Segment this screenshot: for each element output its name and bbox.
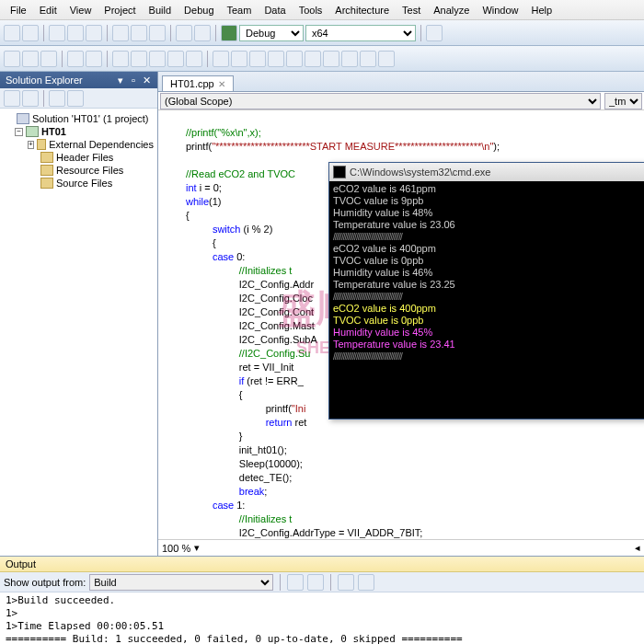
tb2-icon[interactable]: [231, 51, 247, 67]
solution-node[interactable]: Solution 'HT01' (1 project): [2, 112, 155, 125]
dropdown-icon[interactable]: ▾: [115, 75, 126, 86]
tb2-icon[interactable]: [249, 51, 266, 67]
folder-icon: [40, 152, 53, 163]
menu-data[interactable]: Data: [258, 3, 292, 17]
menu-file[interactable]: File: [4, 3, 33, 17]
home-icon[interactable]: [4, 90, 20, 107]
zoom-bar: 100 %▾ ◂: [158, 539, 644, 556]
tab-ht01cpp[interactable]: HT01.cpp✕: [162, 75, 234, 91]
tb2-icon[interactable]: [341, 51, 358, 67]
tb2-icon[interactable]: [360, 51, 376, 67]
tb2-icon[interactable]: [22, 51, 39, 67]
cmd-window[interactable]: C:\Windows\system32\cmd.exe eCO2 value i…: [328, 162, 644, 420]
expand-icon[interactable]: +: [28, 141, 34, 149]
output-from-label: Show output from:: [4, 577, 86, 588]
solution-explorer-toolbar: [0, 88, 157, 109]
show-all-icon[interactable]: [67, 90, 84, 107]
chevron-down-icon[interactable]: ▾: [194, 542, 200, 554]
tb2-icon[interactable]: [213, 51, 229, 67]
add-item-icon[interactable]: [22, 25, 39, 41]
close-icon[interactable]: ✕: [141, 75, 152, 86]
menu-build[interactable]: Build: [143, 3, 178, 17]
undo-icon[interactable]: [176, 25, 192, 41]
tb2-icon[interactable]: [40, 51, 57, 67]
solution-explorer-title: Solution Explorer: [6, 75, 83, 86]
menu-project[interactable]: Project: [98, 3, 142, 17]
cut-icon[interactable]: [112, 25, 129, 41]
output-panel: Output Show output from: Build 1>Build s…: [0, 556, 644, 644]
solution-explorer: Solution Explorer ▾ ▫ ✕ Solution 'HT01' …: [0, 72, 158, 556]
solution-icon: [17, 113, 29, 124]
close-tab-icon[interactable]: ✕: [218, 79, 225, 89]
folder-icon: [37, 139, 46, 150]
cmd-icon: [333, 166, 346, 178]
goto-icon[interactable]: [307, 574, 324, 591]
menu-window[interactable]: Window: [476, 3, 524, 17]
output-title: Output: [0, 557, 644, 572]
start-debug-icon[interactable]: [221, 25, 237, 41]
scope-select-left[interactable]: (Global Scope): [160, 93, 601, 109]
folder-header-files[interactable]: Header Files: [2, 151, 155, 164]
tb2-icon[interactable]: [67, 51, 84, 67]
menu-analyze[interactable]: Analyze: [427, 3, 476, 17]
tb2-icon[interactable]: [186, 51, 202, 67]
menu-help[interactable]: Help: [525, 3, 559, 17]
cmd-output: eCO2 value is 461ppmTVOC value is 9ppbHu…: [329, 181, 644, 364]
output-from-select[interactable]: Build: [89, 574, 273, 591]
tb2-icon[interactable]: [268, 51, 284, 67]
tb2-icon[interactable]: [286, 51, 303, 67]
properties-icon[interactable]: [49, 90, 65, 107]
pin-icon[interactable]: ▫: [128, 75, 139, 86]
solution-explorer-header: Solution Explorer ▾ ▫ ✕: [0, 72, 157, 88]
refresh-icon[interactable]: [22, 90, 39, 107]
menu-tools[interactable]: Tools: [293, 3, 329, 17]
folder-icon: [40, 178, 53, 189]
tb2-icon[interactable]: [4, 51, 20, 67]
tb2-icon[interactable]: [86, 51, 102, 67]
wrap-icon[interactable]: [358, 574, 374, 591]
menu-bar: File Edit View Project Build Debug Team …: [0, 0, 644, 20]
output-toolbar: Show output from: Build: [0, 572, 644, 592]
config-select[interactable]: Debug: [239, 25, 304, 41]
open-icon[interactable]: [49, 25, 65, 41]
folder-icon: [40, 165, 53, 176]
tb2-icon[interactable]: [149, 51, 166, 67]
zoom-value[interactable]: 100 %: [162, 543, 190, 554]
menu-team[interactable]: Team: [221, 3, 259, 17]
menu-debug[interactable]: Debug: [178, 3, 220, 17]
menu-view[interactable]: View: [63, 3, 98, 17]
redo-icon[interactable]: [194, 25, 211, 41]
solution-tree[interactable]: Solution 'HT01' (1 project) −HT01 +Exter…: [0, 109, 157, 556]
tb2-icon[interactable]: [131, 51, 147, 67]
project-node[interactable]: −HT01: [2, 125, 155, 138]
menu-edit[interactable]: Edit: [33, 3, 63, 17]
find-icon[interactable]: [426, 25, 443, 41]
output-text[interactable]: 1>Build succeeded. 1> 1>Time Elapsed 00:…: [0, 592, 644, 644]
save-all-icon[interactable]: [86, 25, 102, 41]
toolbar-1: Debug x64: [0, 20, 644, 46]
clear-icon[interactable]: [338, 574, 354, 591]
scope-select-right[interactable]: _tm: [604, 93, 642, 109]
find-icon[interactable]: [287, 574, 304, 591]
cmd-titlebar[interactable]: C:\Windows\system32\cmd.exe: [329, 163, 644, 181]
folder-external-deps[interactable]: +External Dependencies: [2, 138, 155, 151]
menu-architecture[interactable]: Architecture: [328, 3, 396, 17]
project-icon: [26, 126, 39, 137]
editor-area: HT01.cpp✕ (Global Scope) _tm //printf("%…: [158, 72, 644, 556]
collapse-icon[interactable]: −: [15, 128, 23, 136]
menu-test[interactable]: Test: [396, 3, 427, 17]
scope-bar: (Global Scope) _tm: [158, 92, 644, 110]
paste-icon[interactable]: [149, 25, 166, 41]
folder-source-files[interactable]: Source Files: [2, 177, 155, 190]
tb2-icon[interactable]: [323, 51, 339, 67]
tb2-icon[interactable]: [167, 51, 184, 67]
platform-select[interactable]: x64: [305, 25, 416, 41]
save-icon[interactable]: [67, 25, 84, 41]
toolbar-2: [0, 46, 644, 72]
tb2-icon[interactable]: [378, 51, 395, 67]
folder-resource-files[interactable]: Resource Files: [2, 164, 155, 177]
tb2-icon[interactable]: [305, 51, 321, 67]
new-project-icon[interactable]: [4, 25, 20, 41]
tb2-icon[interactable]: [112, 51, 129, 67]
copy-icon[interactable]: [131, 25, 147, 41]
